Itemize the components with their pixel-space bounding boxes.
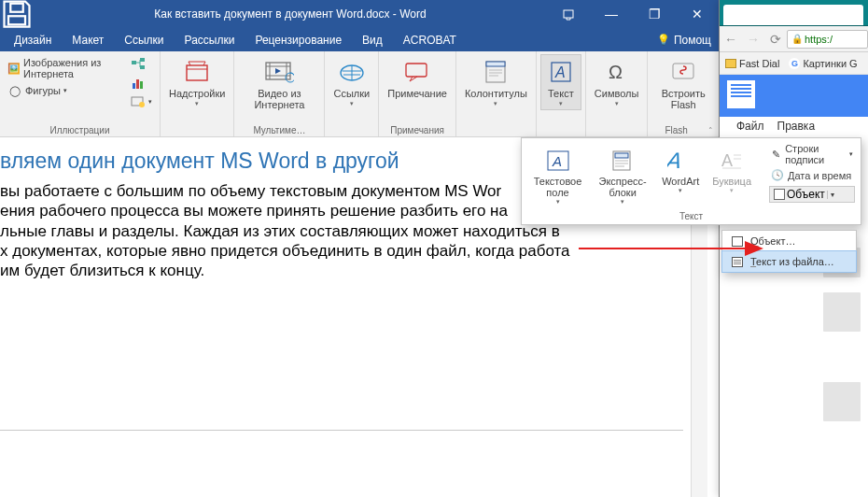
save-icon[interactable]	[0, 0, 34, 28]
google-icon: G	[789, 58, 800, 69]
dropcap-button[interactable]: A Буквица ▾	[707, 144, 756, 208]
online-pictures-icon: 🖼️	[7, 61, 21, 76]
tab-mailings[interactable]: Рассылки	[175, 28, 245, 51]
online-pictures[interactable]: 🖼️Изображения из Интернета	[6, 56, 123, 80]
ribbon-display-options-button[interactable]	[547, 0, 590, 28]
comment-button[interactable]: Примечание	[383, 54, 452, 102]
tell-me[interactable]: 💡 Помощ	[657, 34, 711, 47]
textbox-label: Текстовое поле	[534, 176, 582, 198]
flash-icon	[668, 57, 698, 87]
quickparts-button[interactable]: Экспресс-блоки ▾	[592, 144, 653, 208]
chart-button[interactable]	[129, 75, 154, 92]
text-dropdown-panel: A Текстовое поле ▾ Экспресс-блоки ▾ A Wo…	[521, 137, 861, 225]
address-bar[interactable]: 🔒 https:/	[787, 30, 868, 49]
gmenu-edit[interactable]: Правка	[777, 120, 816, 133]
group-media: Видео из Интернета Мультиме…	[234, 51, 325, 136]
comment-label: Примечание	[387, 88, 447, 99]
datetime-button[interactable]: 🕓Дата и время	[769, 168, 855, 182]
signature-line-label: Строки подписи	[785, 143, 846, 165]
symbols-button[interactable]: Ω Символы ▾	[590, 54, 644, 110]
close-button[interactable]: ✕	[676, 0, 719, 28]
svg-text:A: A	[667, 148, 684, 173]
group-links: Ссылки ▾	[325, 51, 379, 136]
quickparts-label: Экспресс-блоки	[599, 176, 647, 198]
shapes-icon: ◯	[7, 83, 22, 98]
menu-text-from-file[interactable]: Текст из файла…	[721, 250, 857, 273]
minimize-button[interactable]: —	[590, 0, 633, 28]
collapse-ribbon-icon[interactable]: ˄	[707, 126, 715, 135]
svg-point-10	[139, 102, 145, 107]
group-symbols: Ω Символы ▾	[586, 51, 649, 136]
group-headerfooter: Колонтитулы ▾	[456, 51, 537, 136]
screenshot-button[interactable]: ▾	[129, 93, 154, 110]
browser-toolbar: ← → ⟳ 🔒 https:/	[720, 26, 868, 52]
bookmark-fast-dial[interactable]: Fast Dial	[725, 58, 779, 69]
signature-line-button[interactable]: ✎Строки подписи ▾	[769, 142, 855, 166]
svg-rect-3	[132, 61, 136, 64]
restore-button[interactable]: ❐	[633, 0, 676, 28]
svg-text:A: A	[552, 153, 562, 169]
svg-text:Ω: Ω	[609, 62, 623, 82]
headerfooter-label: Колонтитулы	[465, 88, 527, 99]
group-comments-label: Примечания	[383, 124, 452, 135]
ribbon-tabs: Дизайн Макет Ссылки Рассылки Рецензирова…	[0, 28, 719, 51]
reload-button[interactable]: ⟳	[764, 32, 787, 47]
back-button[interactable]: ←	[720, 32, 742, 47]
smartart-icon	[131, 57, 146, 72]
flash-button[interactable]: Встроить Flash	[651, 54, 715, 113]
wordart-button[interactable]: A WordArt ▾	[657, 144, 704, 208]
text-icon: A	[546, 57, 576, 87]
addins-button[interactable]: Надстройки ▾	[164, 54, 230, 110]
bookmark-images-label: Картинки G	[803, 58, 857, 69]
window-title: Как вставить документ в документ Word.do…	[34, 7, 547, 21]
bulb-icon: 💡	[657, 34, 670, 46]
links-label: Ссылки	[333, 88, 370, 99]
text-group-label: Текст	[522, 208, 861, 224]
online-video-button[interactable]: Видео из Интернета	[238, 54, 320, 113]
online-video-label: Видео из Интернета	[254, 88, 304, 110]
wordart-icon: A	[666, 147, 694, 175]
page-break	[0, 430, 683, 431]
svg-text:A: A	[721, 151, 733, 170]
omega-icon: Ω	[602, 57, 632, 87]
svg-rect-4	[140, 58, 145, 62]
menu-object[interactable]: Объект…	[722, 231, 856, 251]
svg-rect-7	[136, 79, 139, 89]
dropcap-label: Буквица	[712, 176, 751, 187]
svg-rect-0	[10, 4, 23, 12]
forward-button[interactable]: →	[742, 32, 764, 47]
textbox-icon: A	[544, 147, 572, 175]
gmenu-file[interactable]: Файл	[736, 120, 764, 133]
shapes[interactable]: ◯Фигуры ▾	[6, 82, 123, 99]
tab-layout[interactable]: Макет	[62, 28, 114, 51]
headerfooter-icon	[481, 57, 511, 87]
object-submenu: Объект… Текст из файла…	[721, 230, 857, 273]
textbox-button[interactable]: A Текстовое поле ▾	[527, 144, 588, 208]
headerfooter-button[interactable]: Колонтитулы ▾	[460, 54, 532, 110]
text-button[interactable]: A Текст ▾	[540, 54, 581, 110]
tab-review[interactable]: Рецензирование	[245, 28, 352, 51]
store-icon	[182, 57, 212, 87]
tab-acrobat[interactable]: ACROBAT	[393, 28, 467, 51]
svg-rect-6	[133, 83, 135, 89]
smartart-button[interactable]	[129, 56, 154, 73]
content-placeholder	[823, 292, 861, 332]
tab-design[interactable]: Дизайн	[4, 28, 62, 51]
object-split-button[interactable]: Объект ▾	[769, 186, 855, 203]
tab-links[interactable]: Ссылки	[114, 28, 174, 51]
svg-rect-8	[140, 81, 143, 89]
svg-rect-18	[486, 62, 505, 66]
tab-view[interactable]: Вид	[352, 28, 393, 51]
video-icon	[264, 57, 294, 87]
browser-tab[interactable]	[723, 5, 863, 25]
bookmark-images[interactable]: GКартинки G	[789, 58, 857, 69]
browser-tabstrip	[720, 0, 868, 26]
links-button[interactable]: Ссылки ▾	[329, 54, 374, 110]
link-icon	[337, 57, 367, 87]
group-illustrations-label: Иллюстрации	[4, 124, 156, 135]
object-dropdown-icon[interactable]: ▾	[827, 191, 850, 199]
comment-icon	[402, 57, 432, 87]
svg-rect-11	[187, 65, 207, 80]
screenshot-icon	[131, 94, 146, 109]
object-menu-icon	[730, 234, 745, 248]
